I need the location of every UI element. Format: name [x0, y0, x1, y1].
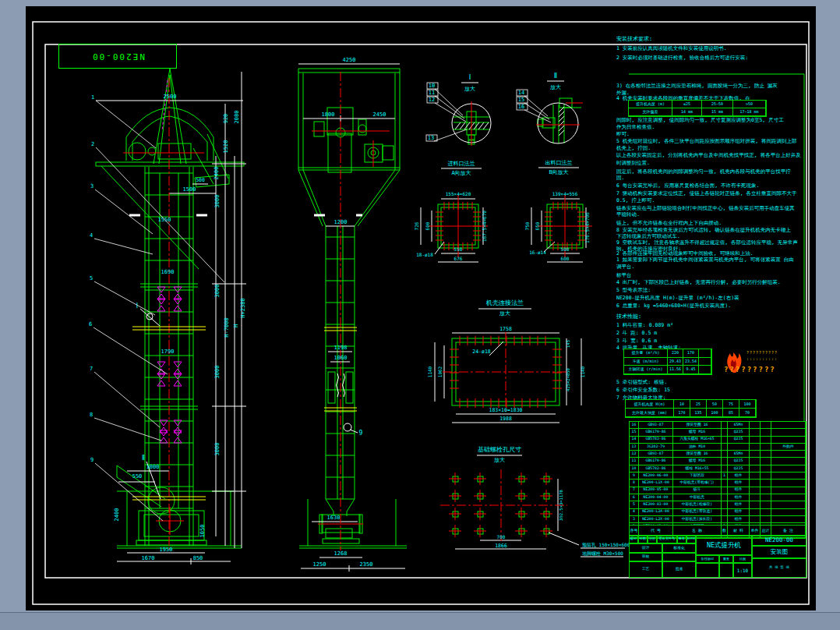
note-line: 2 斗 距: 0.5 m: [616, 331, 657, 336]
deviation-table: 提升机高度 (m)≤2525~50>50允许偏差14 mm15 mm17~18 …: [628, 100, 767, 117]
logo-text-small-1: ??????????: [746, 351, 778, 355]
bom-row-cell: [761, 444, 771, 451]
performance-table-cell: 11.56: [668, 366, 683, 374]
bom-row-cell: 7: [630, 487, 639, 494]
note-line: 固.: [616, 175, 624, 181]
bom-row-cell: [750, 444, 761, 451]
note-line: 7 驱动机构安装要求定位找正, 使链上各链轮对正链条, 各立柱垂直间隙不大于: [616, 191, 796, 196]
bom-row-cell: 油杯 M10: [673, 444, 722, 451]
bom-row-cell: 组件: [728, 501, 750, 508]
cad-drawing-page: 2500208092015202400500150030001550169030…: [0, 0, 840, 630]
stamp-text: NE200-00: [91, 51, 145, 62]
performance-table-cell: 220: [668, 349, 683, 358]
bom-row: 16GB93-87弹簧垫圈 1665Mn15GB6170-86螺母 M16Q23…: [629, 421, 806, 539]
lump-size-table: 提升机高度 H(m)10255075100允许最大块度 (mm)17013510…: [625, 399, 757, 418]
note-line: 5 型号表示法:: [616, 288, 651, 293]
bom-row-cell: [771, 422, 806, 429]
note-line: 链上, 但不允许链条在全行程内上下自由摆动.: [616, 221, 722, 226]
bom-row-cell: [771, 437, 806, 444]
bom-row-cell: 14: [630, 437, 639, 444]
bom-row-cell: [761, 451, 771, 458]
deviation-table-cell: >50: [733, 101, 766, 108]
bom-row-cell: 9: [630, 472, 639, 480]
bom-row-cell: [761, 429, 771, 436]
note-line: 时调整到位置.: [616, 161, 650, 166]
bom-row-cell: [761, 437, 771, 444]
bom-row-cell: [771, 429, 806, 436]
bom-row-cell: NE200-05-00: [639, 487, 673, 494]
bom-row-cell: [771, 472, 806, 480]
lump-size-table-cell: 提升机高度 H(m): [626, 400, 674, 409]
drawing-number-stamp: NE200-00: [58, 44, 177, 69]
bom-row-cell: [750, 494, 761, 501]
note-line: 技术性能:: [616, 314, 641, 320]
lump-size-table-cell: 70: [739, 409, 756, 417]
note-line: 链条安装应在与上部链轮啮合时打中间找正中心, 链条安装后可用手动盘车使其: [616, 206, 795, 211]
lump-size-table-cell: 135: [690, 409, 707, 417]
flange-view-right: [530, 191, 600, 269]
bom-row-cell: [728, 444, 750, 451]
bom-row-cell: NE200-06-00: [639, 472, 673, 480]
bom-row-cell: 组件: [728, 480, 750, 487]
note-line: NE200-提升机高度 H(m)-提升量 (m³/h)-左(右)装: [616, 296, 739, 301]
bom-row-cell: [761, 516, 771, 523]
tb-rev-field: 更改文件号: [657, 535, 677, 543]
bom-row-cell: 组件: [728, 509, 750, 516]
vendor-logo: ?????????? :::::::::: ?????????: [723, 346, 809, 377]
bom-row-cell: 16: [630, 422, 639, 429]
bom-row-cell: Q235: [728, 465, 750, 472]
bom-row-cell: 3: [630, 516, 639, 523]
note-line: 1 安装前应认真阅读随机文件和安装使用说明书.: [616, 46, 727, 51]
note-line: 调平台.: [616, 264, 634, 270]
bom-row-cell: [722, 501, 728, 508]
tb-weight-value: [719, 563, 733, 578]
bom-row-cell: [722, 451, 728, 458]
bom-row-cell: 螺栓 M16×55: [673, 465, 722, 472]
bom-row-cell: [771, 480, 806, 487]
performance-table-cell: [699, 358, 711, 366]
bom-row-cell: [750, 480, 761, 487]
bom-row-cell: 中部机壳(检修段): [673, 501, 722, 508]
front-view: [90, 69, 245, 564]
part-callout: 11: [429, 90, 435, 96]
detail-II-outlet-flange: [524, 74, 594, 175]
dim-label: 726: [414, 221, 419, 230]
bom-row-cell: 8: [630, 480, 639, 487]
bom-row-cell: 中部机壳: [673, 494, 722, 501]
detail-I-inlet-flange: [436, 74, 506, 175]
bom-row-cell: 下部区段: [673, 472, 722, 480]
note-line: 作为日常检查值.: [616, 125, 655, 130]
logo-text-big: ?????????: [724, 366, 776, 373]
bom-row-cell: [750, 501, 761, 508]
bom-row-cell: [722, 494, 728, 501]
tb-stage-label: 阶段标记: [696, 555, 719, 563]
bom-row-cell: 13: [630, 444, 639, 451]
bom-row-cell: JG282-79: [639, 444, 673, 451]
bom-row-cell: 65Mn: [728, 422, 750, 429]
deviation-table-cell: ≤25: [672, 101, 702, 108]
bom-row-cell: [771, 501, 806, 508]
bom-row-cell: [722, 465, 728, 472]
bom-row-cell: [722, 480, 728, 487]
tb-field-approve: 批准: [662, 561, 696, 578]
performance-table-cell: 9.45: [683, 366, 699, 374]
bom-row-cell: NE200-L2X-00: [639, 516, 673, 523]
bom-row-cell: 外购件: [771, 444, 806, 451]
note-line: 5 机壳组对就位时, 各件三块平台间距应按图示顺序组对拼装, 将间距调到上部: [616, 139, 796, 144]
bom-row-cell: NE200-03-00: [639, 501, 673, 508]
part-callout: 12: [429, 97, 435, 103]
note-line: 安装技术要求:: [616, 37, 652, 42]
performance-table-cell: 斗速 (m/min): [624, 358, 668, 366]
bom-row-cell: 15: [630, 429, 639, 436]
bom-row-cell: [750, 422, 761, 429]
bom-row-cell: [771, 465, 806, 472]
note-line: 1 料斗容量: 0.089 m³: [616, 323, 673, 328]
tb-weight-label: 重量: [719, 555, 733, 563]
bom-row-cell: 组件: [728, 487, 750, 494]
bom-row-cell: [750, 487, 761, 494]
bom-row-cell: [750, 451, 761, 458]
bom-row-cell: GB93-87: [639, 451, 673, 458]
tb-rev-field: 签名: [677, 535, 686, 543]
note-line: 标平台: [616, 273, 632, 278]
bom-row-cell: 6: [630, 494, 639, 501]
